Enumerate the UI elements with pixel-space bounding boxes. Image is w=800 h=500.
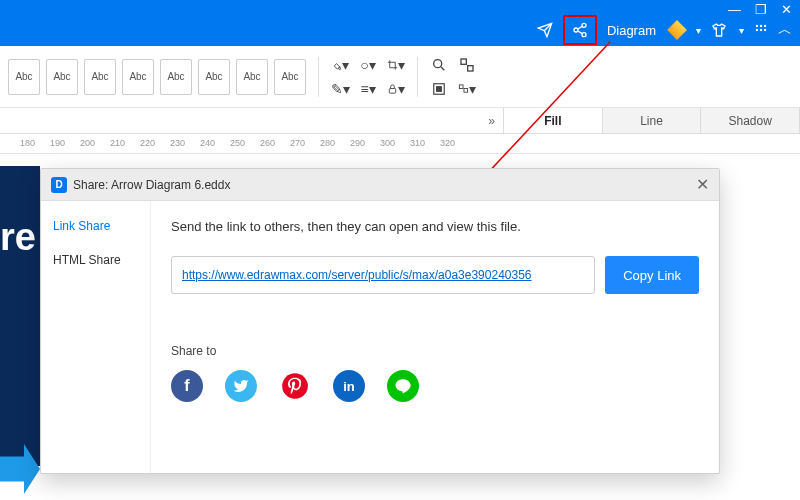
sidebar-item-link-share[interactable]: Link Share: [53, 219, 138, 233]
style-swatch[interactable]: Abc: [274, 59, 306, 95]
share-dialog: D Share: Arrow Diagram 6.eddx ✕ Link Sha…: [40, 168, 720, 474]
dialog-sidebar: Link Share HTML Share: [41, 201, 151, 473]
svg-rect-12: [468, 65, 473, 70]
pen-icon[interactable]: ✎▾: [331, 80, 349, 98]
fill-bucket-icon[interactable]: ▾: [331, 56, 349, 74]
lock-icon[interactable]: ▾: [387, 80, 405, 98]
style-swatch[interactable]: Abc: [160, 59, 192, 95]
svg-point-1: [574, 28, 578, 32]
shirt-icon[interactable]: [711, 22, 727, 38]
dialog-title: Share: Arrow Diagram 6.eddx: [73, 178, 230, 192]
minimize-button[interactable]: —: [728, 2, 741, 17]
svg-point-18: [282, 373, 308, 399]
facebook-icon[interactable]: f: [171, 370, 203, 402]
svg-point-3: [756, 25, 758, 27]
share-link-text[interactable]: https://www.edrawmax.com/server/public/s…: [182, 268, 532, 282]
crop-icon[interactable]: ▾: [387, 56, 405, 74]
ruler: 180 190 200 210 220 230 240 250 260 270 …: [0, 134, 800, 154]
apps-icon[interactable]: [754, 23, 768, 37]
copy-link-button[interactable]: Copy Link: [605, 256, 699, 294]
slide-text-fragment: re: [0, 216, 36, 259]
style-swatch[interactable]: Abc: [8, 59, 40, 95]
separator: [318, 57, 319, 97]
shape-icon[interactable]: ○▾: [359, 56, 377, 74]
svg-point-5: [764, 25, 766, 27]
shirt-caret[interactable]: ▾: [739, 25, 744, 36]
maximize-button[interactable]: ❐: [755, 2, 767, 17]
svg-rect-11: [461, 59, 466, 64]
svg-point-10: [434, 59, 442, 67]
svg-point-8: [764, 29, 766, 31]
svg-rect-9: [389, 88, 395, 93]
linkedin-icon[interactable]: in: [333, 370, 365, 402]
window-controls: — ❐ ✕: [728, 2, 792, 17]
pinterest-icon[interactable]: [279, 370, 311, 402]
style-swatch[interactable]: Abc: [198, 59, 230, 95]
search-icon[interactable]: [430, 56, 448, 74]
style-swatch[interactable]: Abc: [122, 59, 154, 95]
tab-fill[interactable]: Fill: [504, 108, 603, 133]
style-swatch[interactable]: Abc: [236, 59, 268, 95]
svg-point-0: [582, 23, 586, 27]
svg-point-7: [760, 29, 762, 31]
svg-rect-16: [464, 88, 468, 92]
send-icon[interactable]: [537, 22, 553, 38]
dialog-main: Send the link to others, then they can o…: [151, 201, 719, 473]
canvas-slide-fragment: re: [0, 166, 40, 466]
title-bar: — ❐ ✕ Diagram ▾ ▾ ︿: [0, 0, 800, 46]
collapse-icon[interactable]: ︿: [778, 21, 792, 39]
twitter-icon[interactable]: [225, 370, 257, 402]
svg-rect-15: [459, 84, 463, 88]
share-to-label: Share to: [171, 344, 699, 358]
svg-rect-14: [437, 86, 442, 91]
svg-point-4: [760, 25, 762, 27]
format-tabs: » Fill Line Shadow: [0, 108, 800, 134]
tab-line[interactable]: Line: [603, 108, 702, 133]
toolbar: Abc Abc Abc Abc Abc Abc Abc Abc ▾ ○▾ ▾ ✎…: [0, 46, 800, 108]
doc-dropdown-caret[interactable]: ▾: [696, 25, 701, 36]
document-name: Diagram: [607, 23, 656, 38]
svg-point-2: [582, 33, 586, 37]
line-style-icon[interactable]: ≡▾: [359, 80, 377, 98]
line-icon[interactable]: [387, 370, 419, 402]
app-logo-icon: D: [51, 177, 67, 193]
close-window-button[interactable]: ✕: [781, 2, 792, 17]
tab-shadow[interactable]: Shadow: [701, 108, 800, 133]
svg-point-6: [756, 29, 758, 31]
diamond-icon: [667, 20, 687, 40]
replace-icon[interactable]: [458, 56, 476, 74]
share-description: Send the link to others, then they can o…: [171, 219, 699, 234]
dialog-titlebar: D Share: Arrow Diagram 6.eddx ✕: [41, 169, 719, 201]
separator: [417, 57, 418, 97]
expand-panel-button[interactable]: »: [480, 108, 504, 133]
style-swatch[interactable]: Abc: [84, 59, 116, 95]
sidebar-item-html-share[interactable]: HTML Share: [53, 253, 138, 267]
select-icon[interactable]: [430, 80, 448, 98]
style-swatch[interactable]: Abc: [46, 59, 78, 95]
group-icon[interactable]: ▾: [458, 80, 476, 98]
share-link-field[interactable]: https://www.edrawmax.com/server/public/s…: [171, 256, 595, 294]
share-icon[interactable]: [563, 15, 597, 45]
dialog-close-button[interactable]: ✕: [696, 175, 709, 194]
